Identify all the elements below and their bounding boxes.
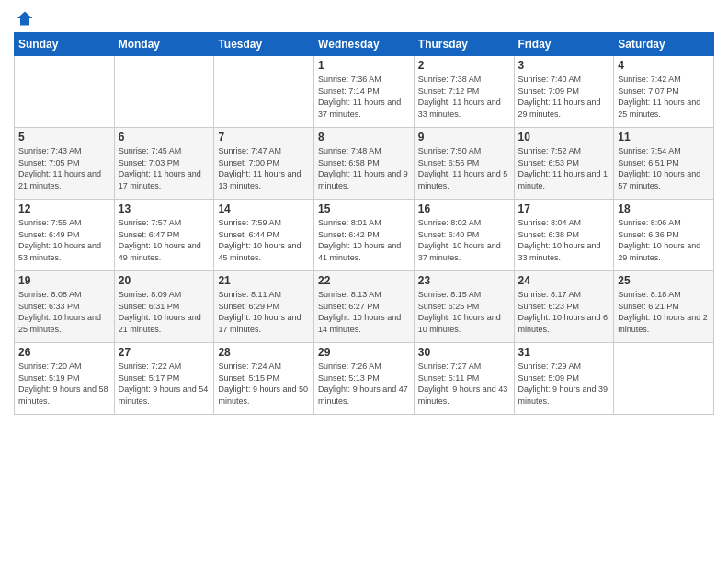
day-number: 8: [318, 131, 410, 144]
day-number: 20: [119, 274, 210, 287]
calendar-day-cell: [214, 56, 314, 128]
day-info: Sunrise: 7:48 AM Sunset: 6:58 PM Dayligh…: [318, 145, 410, 191]
calendar-day-cell: 31 Sunrise: 7:29 AM Sunset: 5:09 PM Dayl…: [514, 343, 614, 415]
sunrise-text: Sunrise: 7:55 AM: [18, 218, 82, 227]
weekday-header: Friday: [514, 33, 614, 56]
sunset-text: Sunset: 6:44 PM: [218, 230, 279, 239]
day-info: Sunrise: 7:36 AM Sunset: 7:14 PM Dayligh…: [318, 74, 410, 120]
calendar-day-cell: 12 Sunrise: 7:55 AM Sunset: 6:49 PM Dayl…: [15, 200, 115, 271]
calendar-day-cell: 22 Sunrise: 8:13 AM Sunset: 6:27 PM Dayl…: [314, 271, 415, 343]
sunrise-text: Sunrise: 7:48 AM: [318, 146, 381, 155]
calendar-day-cell: 29 Sunrise: 7:26 AM Sunset: 5:13 PM Dayl…: [314, 343, 415, 415]
sunset-text: Sunset: 6:53 PM: [518, 158, 580, 167]
day-number: 1: [318, 59, 410, 72]
sunrise-text: Sunrise: 7:54 AM: [618, 146, 681, 155]
calendar-day-cell: 7 Sunrise: 7:47 AM Sunset: 7:00 PM Dayli…: [214, 128, 314, 200]
day-number: 25: [618, 274, 710, 287]
daylight-text: Daylight: 9 hours and 47 minutes.: [318, 385, 408, 406]
day-number: 27: [119, 346, 210, 359]
sunrise-text: Sunrise: 7:22 AM: [119, 362, 182, 371]
day-info: Sunrise: 7:57 AM Sunset: 6:47 PM Dayligh…: [119, 217, 210, 263]
daylight-text: Daylight: 10 hours and 49 minutes.: [119, 241, 201, 262]
sunset-text: Sunset: 6:31 PM: [119, 302, 180, 311]
day-info: Sunrise: 8:06 AM Sunset: 6:36 PM Dayligh…: [618, 217, 710, 263]
calendar-day-cell: 26 Sunrise: 7:20 AM Sunset: 5:19 PM Dayl…: [15, 343, 115, 415]
sunrise-text: Sunrise: 7:27 AM: [418, 362, 482, 371]
calendar-day-cell: 8 Sunrise: 7:48 AM Sunset: 6:58 PM Dayli…: [314, 128, 415, 200]
calendar-day-cell: 28 Sunrise: 7:24 AM Sunset: 5:15 PM Dayl…: [214, 343, 314, 415]
sunrise-text: Sunrise: 7:43 AM: [18, 146, 82, 155]
sunrise-text: Sunrise: 7:52 AM: [518, 146, 582, 155]
day-info: Sunrise: 7:59 AM Sunset: 6:44 PM Dayligh…: [218, 217, 310, 263]
sunrise-text: Sunrise: 7:50 AM: [418, 146, 482, 155]
daylight-text: Daylight: 11 hours and 29 minutes.: [518, 98, 601, 119]
sunset-text: Sunset: 6:33 PM: [18, 302, 80, 311]
calendar-day-cell: 9 Sunrise: 7:50 AM Sunset: 6:56 PM Dayli…: [414, 128, 514, 200]
daylight-text: Daylight: 9 hours and 39 minutes.: [518, 385, 609, 406]
sunset-text: Sunset: 6:40 PM: [418, 230, 480, 239]
day-info: Sunrise: 7:54 AM Sunset: 6:51 PM Dayligh…: [618, 145, 710, 191]
sunset-text: Sunset: 6:49 PM: [18, 230, 80, 239]
day-info: Sunrise: 7:22 AM Sunset: 5:17 PM Dayligh…: [119, 361, 210, 407]
sunset-text: Sunset: 6:38 PM: [518, 230, 580, 239]
day-number: 17: [518, 202, 610, 215]
sunrise-text: Sunrise: 7:59 AM: [218, 218, 281, 227]
daylight-text: Daylight: 9 hours and 50 minutes.: [218, 385, 308, 406]
day-number: 31: [518, 346, 610, 359]
sunset-text: Sunset: 7:07 PM: [618, 86, 679, 96]
sunrise-text: Sunrise: 7:42 AM: [618, 75, 681, 84]
day-info: Sunrise: 8:18 AM Sunset: 6:21 PM Dayligh…: [618, 289, 710, 335]
daylight-text: Daylight: 10 hours and 14 minutes.: [318, 313, 401, 334]
sunset-text: Sunset: 6:47 PM: [119, 230, 180, 239]
day-number: 9: [418, 131, 510, 144]
daylight-text: Daylight: 9 hours and 43 minutes.: [418, 385, 508, 406]
logo: [14, 9, 34, 28]
weekday-header: Saturday: [614, 33, 714, 56]
day-number: 7: [218, 131, 310, 144]
day-number: 5: [18, 131, 110, 144]
day-info: Sunrise: 8:09 AM Sunset: 6:31 PM Dayligh…: [119, 289, 210, 335]
day-number: 24: [518, 274, 610, 287]
day-info: Sunrise: 7:50 AM Sunset: 6:56 PM Dayligh…: [418, 145, 510, 191]
calendar-day-cell: 11 Sunrise: 7:54 AM Sunset: 6:51 PM Dayl…: [614, 128, 714, 200]
day-info: Sunrise: 8:15 AM Sunset: 6:25 PM Dayligh…: [418, 289, 510, 335]
calendar-week-row: 5 Sunrise: 7:43 AM Sunset: 7:05 PM Dayli…: [15, 128, 714, 200]
daylight-text: Daylight: 10 hours and 2 minutes.: [618, 313, 708, 334]
header: [14, 9, 714, 28]
sunset-text: Sunset: 6:58 PM: [318, 158, 380, 167]
day-number: 30: [418, 346, 510, 359]
calendar-week-row: 1 Sunrise: 7:36 AM Sunset: 7:14 PM Dayli…: [15, 56, 714, 128]
sunrise-text: Sunrise: 7:36 AM: [318, 75, 381, 84]
sunrise-text: Sunrise: 8:09 AM: [119, 290, 182, 299]
day-number: 11: [618, 131, 710, 144]
sunrise-text: Sunrise: 7:57 AM: [119, 218, 182, 227]
sunset-text: Sunset: 7:09 PM: [518, 86, 580, 96]
sunrise-text: Sunrise: 8:01 AM: [318, 218, 381, 227]
daylight-text: Daylight: 11 hours and 37 minutes.: [318, 98, 401, 119]
day-info: Sunrise: 7:43 AM Sunset: 7:05 PM Dayligh…: [18, 145, 110, 191]
day-number: 6: [119, 131, 210, 144]
calendar-day-cell: 2 Sunrise: 7:38 AM Sunset: 7:12 PM Dayli…: [414, 56, 514, 128]
day-info: Sunrise: 7:45 AM Sunset: 7:03 PM Dayligh…: [119, 145, 210, 191]
day-number: 29: [318, 346, 410, 359]
calendar-week-row: 12 Sunrise: 7:55 AM Sunset: 6:49 PM Dayl…: [15, 200, 714, 271]
day-number: 3: [518, 59, 610, 72]
daylight-text: Daylight: 9 hours and 54 minutes.: [119, 385, 209, 406]
sunset-text: Sunset: 5:11 PM: [418, 373, 480, 383]
sunset-text: Sunset: 6:42 PM: [318, 230, 380, 239]
daylight-text: Daylight: 11 hours and 9 minutes.: [318, 169, 408, 190]
calendar-table: SundayMondayTuesdayWednesdayThursdayFrid…: [14, 32, 714, 415]
sunrise-text: Sunrise: 8:06 AM: [618, 218, 681, 227]
calendar-day-cell: [614, 343, 714, 415]
daylight-text: Daylight: 10 hours and 29 minutes.: [618, 241, 700, 262]
day-number: 12: [18, 202, 110, 215]
calendar-day-cell: 6 Sunrise: 7:45 AM Sunset: 7:03 PM Dayli…: [114, 128, 214, 200]
day-info: Sunrise: 7:26 AM Sunset: 5:13 PM Dayligh…: [318, 361, 410, 407]
sunrise-text: Sunrise: 7:26 AM: [318, 362, 381, 371]
day-info: Sunrise: 8:13 AM Sunset: 6:27 PM Dayligh…: [318, 289, 410, 335]
day-info: Sunrise: 7:27 AM Sunset: 5:11 PM Dayligh…: [418, 361, 510, 407]
daylight-text: Daylight: 10 hours and 45 minutes.: [218, 241, 301, 262]
day-info: Sunrise: 8:02 AM Sunset: 6:40 PM Dayligh…: [418, 217, 510, 263]
daylight-text: Daylight: 10 hours and 53 minutes.: [18, 241, 101, 262]
calendar-day-cell: 3 Sunrise: 7:40 AM Sunset: 7:09 PM Dayli…: [514, 56, 614, 128]
